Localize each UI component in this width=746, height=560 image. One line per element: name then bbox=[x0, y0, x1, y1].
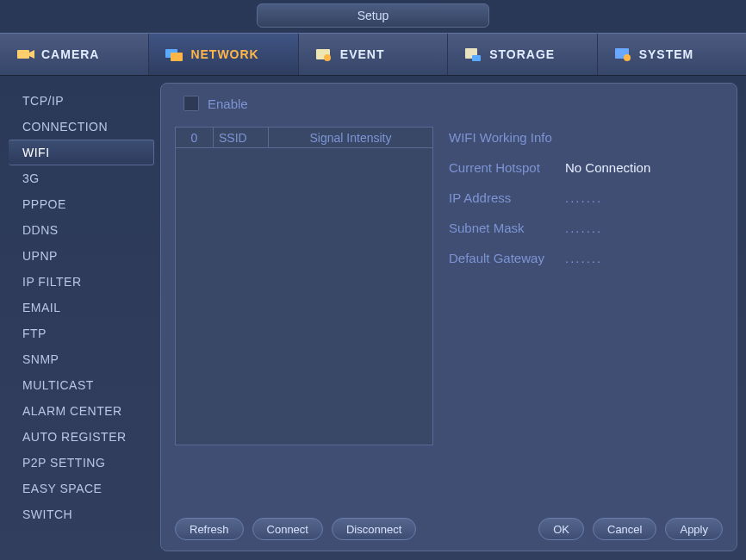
storage-icon bbox=[463, 47, 482, 62]
tab-network[interactable]: NETWORK bbox=[149, 34, 298, 75]
top-tab-bar: CAMERA NETWORK EVENT STORAGE SYSTEM bbox=[0, 33, 746, 76]
apply-label: Apply bbox=[680, 523, 708, 536]
network-icon bbox=[165, 47, 183, 62]
sidebar-item-label: DDNS bbox=[22, 223, 59, 237]
gw-label: Default Gateway bbox=[449, 251, 565, 265]
sidebar-item-label: 3G bbox=[22, 171, 40, 185]
sidebar-item-label: FTP bbox=[22, 327, 47, 340]
info-row-mask: Subnet Mask ....... bbox=[449, 221, 721, 235]
col-signal: Signal Intensity bbox=[269, 128, 432, 147]
sidebar-item-connection[interactable]: CONNECTION bbox=[9, 114, 153, 140]
sidebar-item-label: MULTICAST bbox=[22, 378, 94, 392]
ok-label: OK bbox=[553, 523, 569, 536]
refresh-label: Refresh bbox=[190, 523, 229, 536]
sidebar-item-label: IP FILTER bbox=[22, 275, 82, 289]
svg-rect-7 bbox=[472, 55, 481, 61]
sidebar-item-label: TCP/IP bbox=[22, 94, 64, 108]
mask-label: Subnet Mask bbox=[449, 221, 565, 235]
sidebar-item-label: AUTO REGISTER bbox=[22, 430, 127, 444]
tab-camera[interactable]: CAMERA bbox=[0, 34, 149, 75]
tab-system[interactable]: SYSTEM bbox=[598, 34, 746, 75]
tab-event-label: EVENT bbox=[340, 47, 385, 61]
hotspot-value: No Connection bbox=[565, 160, 650, 175]
sidebar-item-p2p-setting[interactable]: P2P SETTING bbox=[9, 450, 153, 476]
tab-storage-label: STORAGE bbox=[489, 47, 555, 61]
sidebar-item-multicast[interactable]: MULTICAST bbox=[9, 372, 153, 398]
sidebar-item-auto-register[interactable]: AUTO REGISTER bbox=[9, 424, 153, 450]
event-icon bbox=[314, 47, 333, 62]
svg-rect-0 bbox=[17, 50, 29, 59]
camera-icon bbox=[16, 47, 34, 62]
middle-row: 0 SSID Signal Intensity WIFI Working Inf… bbox=[175, 127, 723, 507]
sidebar-item-label: SWITCH bbox=[22, 507, 72, 521]
svg-point-9 bbox=[624, 54, 631, 61]
sidebar-item-ip-filter[interactable]: IP FILTER bbox=[9, 269, 153, 295]
mask-value: ....... bbox=[565, 221, 602, 235]
connect-button[interactable]: Connect bbox=[252, 518, 323, 540]
enable-label: Enable bbox=[208, 96, 248, 111]
body-area: TCP/IPCONNECTIONWIFI3GPPPOEDDNSUPNPIP FI… bbox=[0, 76, 746, 558]
info-row-hotspot: Current Hotspot No Connection bbox=[449, 160, 721, 175]
window-title-text: Setup bbox=[357, 9, 389, 22]
sidebar-item-wifi[interactable]: WIFI bbox=[9, 140, 154, 165]
connect-label: Connect bbox=[267, 523, 308, 536]
tab-network-label: NETWORK bbox=[190, 47, 258, 61]
sidebar-item-3g[interactable]: 3G bbox=[9, 165, 153, 191]
sidebar-item-alarm-center[interactable]: ALARM CENTER bbox=[9, 398, 153, 424]
sidebar-item-label: CONNECTION bbox=[22, 120, 108, 134]
cancel-label: Cancel bbox=[607, 523, 642, 536]
content-panel: Enable 0 SSID Signal Intensity WIFI Work… bbox=[160, 83, 737, 551]
tab-storage[interactable]: STORAGE bbox=[448, 34, 597, 75]
sidebar-item-switch[interactable]: SWITCH bbox=[9, 501, 153, 527]
sidebar-item-email[interactable]: EMAIL bbox=[9, 295, 153, 320]
sidebar: TCP/IPCONNECTIONWIFI3GPPPOEDDNSUPNPIP FI… bbox=[9, 79, 153, 551]
col-ssid: SSID bbox=[214, 128, 269, 147]
sidebar-item-pppoe[interactable]: PPPOE bbox=[9, 191, 153, 217]
apply-button[interactable]: Apply bbox=[665, 518, 723, 540]
sidebar-item-label: WIFI bbox=[22, 146, 50, 159]
tab-system-label: SYSTEM bbox=[639, 47, 694, 61]
disconnect-button[interactable]: Disconnect bbox=[332, 518, 416, 540]
sidebar-item-label: P2P SETTING bbox=[22, 456, 105, 470]
sidebar-item-label: UPNP bbox=[22, 249, 58, 263]
sidebar-item-easy-space[interactable]: EASY SPACE bbox=[9, 476, 153, 501]
sidebar-item-label: SNMP bbox=[22, 352, 59, 366]
gw-value: ....... bbox=[565, 251, 602, 265]
tab-camera-label: CAMERA bbox=[41, 47, 99, 61]
sidebar-item-upnp[interactable]: UPNP bbox=[9, 243, 153, 269]
sidebar-item-label: ALARM CENTER bbox=[22, 404, 122, 418]
wifi-table[interactable]: 0 SSID Signal Intensity bbox=[175, 127, 433, 445]
ip-label: IP Address bbox=[449, 190, 565, 205]
sidebar-item-label: PPPOE bbox=[22, 197, 66, 211]
sidebar-item-label: EASY SPACE bbox=[22, 482, 102, 495]
window-title: Setup bbox=[257, 3, 489, 28]
hotspot-label: Current Hotspot bbox=[449, 160, 565, 175]
system-icon bbox=[613, 47, 632, 62]
sidebar-item-tcp-ip[interactable]: TCP/IP bbox=[9, 88, 153, 114]
enable-row: Enable bbox=[183, 96, 723, 111]
sidebar-item-ddns[interactable]: DDNS bbox=[9, 217, 153, 243]
wifi-info-title: WIFI Working Info bbox=[449, 130, 721, 145]
ip-value: ....... bbox=[565, 190, 602, 205]
sidebar-item-label: EMAIL bbox=[22, 301, 61, 314]
wifi-info: WIFI Working Info Current Hotspot No Con… bbox=[445, 127, 723, 507]
refresh-button[interactable]: Refresh bbox=[175, 518, 244, 540]
button-row: Refresh Connect Disconnect OK Cancel App… bbox=[175, 518, 723, 540]
info-row-gateway: Default Gateway ....... bbox=[449, 251, 721, 265]
wifi-table-header: 0 SSID Signal Intensity bbox=[176, 128, 432, 148]
cancel-button[interactable]: Cancel bbox=[593, 518, 656, 540]
svg-point-5 bbox=[324, 54, 331, 61]
svg-marker-1 bbox=[29, 50, 34, 59]
sidebar-item-ftp[interactable]: FTP bbox=[9, 320, 153, 346]
ok-button[interactable]: OK bbox=[538, 518, 584, 540]
col-count: 0 bbox=[176, 128, 214, 147]
sidebar-item-snmp[interactable]: SNMP bbox=[9, 346, 153, 372]
tab-event[interactable]: EVENT bbox=[299, 34, 448, 75]
info-row-ip: IP Address ....... bbox=[449, 190, 721, 205]
disconnect-label: Disconnect bbox=[346, 523, 401, 536]
enable-checkbox[interactable] bbox=[183, 96, 199, 111]
svg-rect-3 bbox=[171, 53, 183, 61]
